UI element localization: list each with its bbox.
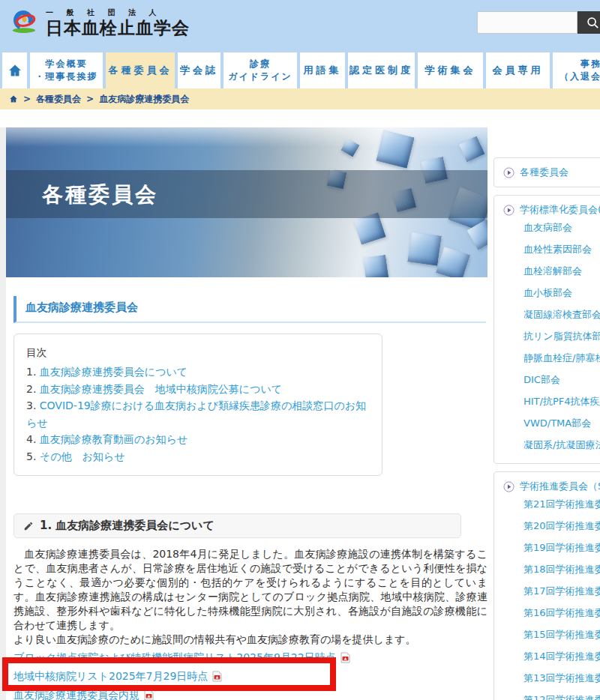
main-nav: 学会概要・理事長挨拶各種委員会学会誌診療ガイドライン用語集認定医制度学術集会会員… bbox=[0, 45, 600, 88]
nav-tab-label: ・理事長挨拶 bbox=[35, 70, 98, 83]
sidebar-item[interactable]: 第21回学術推進委員会 bbox=[524, 493, 600, 515]
pdf-link-label: 血友病診療連携委員会内規 bbox=[14, 689, 140, 700]
sidebar-section-link[interactable]: 学術標準化委員会(SSC) bbox=[503, 203, 600, 217]
nav-tab-6[interactable]: 認定医制度 bbox=[348, 52, 415, 88]
toc-heading: 目次 bbox=[26, 344, 370, 360]
org-name-title: 日本血栓止血学会 bbox=[46, 18, 190, 37]
nav-tab-5[interactable]: 用語集 bbox=[300, 52, 345, 88]
sidebar-box-1: 各種委員会 bbox=[494, 157, 600, 187]
pencil-icon bbox=[23, 521, 34, 531]
circle-arrow-icon bbox=[503, 167, 514, 178]
pdf-icon bbox=[340, 652, 350, 663]
pdf-icon bbox=[144, 690, 154, 700]
nav-tab-label: 診療 bbox=[250, 58, 271, 70]
search-icon bbox=[586, 16, 599, 29]
nav-tab-label: 用語集 bbox=[304, 64, 342, 78]
toc-item-number: 5. bbox=[26, 450, 40, 462]
banner-title: 各種委員会 bbox=[6, 170, 488, 209]
nav-tab-label: （入退会・変更） bbox=[560, 70, 600, 83]
toc-item-link[interactable]: 血友病診療連携委員会について bbox=[40, 366, 188, 378]
nav-tab-label: 各種委員会 bbox=[109, 64, 172, 78]
pdf-icon bbox=[212, 671, 222, 682]
sidebar-item[interactable]: 第18回学術推進委員会 bbox=[524, 558, 600, 580]
nav-tab-8[interactable]: 会員専用 bbox=[486, 52, 550, 88]
toc-item[interactable]: 2. 血友病診療連携委員会 地域中核病院公募について bbox=[26, 381, 370, 398]
toc-item[interactable]: 4. 血友病診療教育動画のお知らせ bbox=[26, 431, 370, 448]
sidebar-section-label: 学術標準化委員会(SSC) bbox=[520, 203, 600, 217]
sidebar-item[interactable]: 第15回学術推進委員会 bbox=[524, 624, 600, 645]
sidebar-item[interactable]: 凝固系/抗凝固療法部会 bbox=[524, 434, 600, 456]
breadcrumb-home-icon[interactable] bbox=[9, 94, 18, 103]
toc-item[interactable]: 1. 血友病診療連携委員会について bbox=[26, 363, 370, 381]
search-input[interactable] bbox=[477, 11, 578, 34]
site-search bbox=[477, 11, 600, 34]
breadcrumb-item[interactable]: 各種委員会 bbox=[36, 93, 81, 106]
nav-tab-label: 事務手続 bbox=[580, 58, 600, 70]
search-button[interactable] bbox=[578, 11, 600, 34]
table-of-contents: 目次 1. 血友病診療連携委員会について2. 血友病診療連携委員会 地域中核病院… bbox=[14, 334, 382, 476]
nav-tab-label: 学会誌 bbox=[180, 64, 218, 78]
sidebar-box-3: 学術推進委員会（SPC）第21回学術推進委員会第20回学術推進委員会第19回学術… bbox=[494, 471, 600, 700]
pdf-link[interactable]: 血友病診療連携委員会内規 bbox=[14, 686, 488, 700]
sidebar-item[interactable]: 血栓溶解部会 bbox=[524, 260, 600, 282]
pdf-link[interactable]: ブロック拠点病院および特殊機能型病院リスト2025年9月22日時点 bbox=[14, 648, 488, 667]
breadcrumb-separator: > bbox=[23, 94, 31, 104]
sidebar-item[interactable]: VWD/TMA部会 bbox=[524, 412, 600, 434]
toc-item-link[interactable]: COVID-19診療における血友病および類縁疾患診療の相談窓口のお知らせ bbox=[26, 399, 366, 429]
sidebar-item[interactable]: 血栓性素因部会 bbox=[524, 238, 600, 260]
breadcrumb-item[interactable]: 血友病診療連携委員会 bbox=[99, 93, 189, 106]
sidebar-section-label: 学術推進委員会（SPC） bbox=[520, 480, 600, 493]
org-type-label: 一 般 社 団 法 人 bbox=[46, 7, 190, 18]
society-logo-icon bbox=[9, 8, 40, 37]
nav-tab-4[interactable]: 診療ガイドライン bbox=[224, 52, 297, 88]
nav-tab-9[interactable]: 事務手続（入退会・変更） bbox=[553, 52, 600, 88]
section1-paragraph-1: 血友病診療連携委員会は、2018年4月に発足しました。血友病診療施設の連携体制を… bbox=[14, 547, 488, 633]
nav-tab-1[interactable]: 学会概要・理事長挨拶 bbox=[30, 52, 103, 88]
circle-arrow-icon bbox=[503, 481, 514, 492]
page-title: 血友病診療連携委員会 bbox=[14, 296, 486, 323]
site-header: 一 般 社 団 法 人 日本血栓止血学会 bbox=[0, 0, 600, 45]
sidebar-item[interactable]: 第14回学術推進委員会 bbox=[524, 645, 600, 667]
sidebar-item[interactable]: 第19回学術推進委員会 bbox=[524, 537, 600, 558]
main-area: 各種委員会 血友病診療連携委員会 目次 1. 血友病診療連携委員会について2. … bbox=[0, 127, 600, 700]
content-column: 各種委員会 血友病診療連携委員会 目次 1. 血友病診療連携委員会について2. … bbox=[6, 127, 488, 700]
sidebar-item[interactable]: 凝固線溶検査部会 bbox=[524, 304, 600, 325]
breadcrumb: >各種委員会>血友病診療連携委員会 bbox=[0, 88, 600, 109]
site-logo[interactable]: 一 般 社 団 法 人 日本血栓止血学会 bbox=[9, 7, 190, 37]
nav-tab-3[interactable]: 学会誌 bbox=[178, 52, 220, 88]
nav-tab-7[interactable]: 学術集会 bbox=[418, 52, 483, 88]
sidebar-item[interactable]: 第17回学術推進委員会 bbox=[524, 580, 600, 602]
nav-tab-2[interactable]: 各種委員会 bbox=[106, 52, 175, 88]
nav-tab-home[interactable] bbox=[2, 52, 27, 88]
section1-heading: 1. 血友病診療連携委員会について bbox=[14, 513, 461, 538]
toc-item-number: 2. bbox=[26, 383, 40, 395]
pdf-link-label: 地域中核病院リスト2025年7月29日時点 bbox=[14, 670, 208, 684]
pdf-link-label: ブロック拠点病院および特殊機能型病院リスト2025年9月22日時点 bbox=[14, 651, 336, 665]
sidebar-item[interactable]: 第13回学術推進委員会 bbox=[524, 667, 600, 689]
sidebar-section-link[interactable]: 各種委員会 bbox=[503, 166, 600, 179]
section1-paragraph-2: より良い血友病診療のために施設間の情報共有や血友病診療教育の場を提供します。 bbox=[14, 633, 488, 647]
nav-tab-label: 学術集会 bbox=[425, 64, 476, 78]
sidebar: 各種委員会学術標準化委員会(SSC)血友病部会血栓性素因部会血栓溶解部会血小板部… bbox=[494, 157, 600, 700]
sidebar-item[interactable]: 第20回学術推進委員会 bbox=[524, 515, 600, 537]
sidebar-item[interactable]: 血小板部会 bbox=[524, 282, 600, 304]
toc-item-link[interactable]: その他 お知らせ bbox=[40, 450, 125, 462]
nav-tab-label: 学会概要 bbox=[46, 58, 88, 70]
pdf-link[interactable]: 地域中核病院リスト2025年7月29日時点 bbox=[14, 667, 488, 686]
sidebar-item[interactable]: 第12回学術推進委員会 bbox=[524, 689, 600, 700]
toc-item[interactable]: 5. その他 お知らせ bbox=[26, 448, 370, 465]
toc-item-number: 3. bbox=[26, 399, 40, 411]
sidebar-item[interactable]: DIC部会 bbox=[524, 369, 600, 390]
sidebar-item[interactable]: 抗リン脂質抗体部会 bbox=[524, 325, 600, 347]
sidebar-section-label: 各種委員会 bbox=[520, 166, 568, 179]
home-icon bbox=[8, 63, 22, 78]
toc-item-link[interactable]: 血友病診療教育動画のお知らせ bbox=[40, 433, 188, 445]
sidebar-item[interactable]: 静脈血栓症/肺塞栓症部会 bbox=[524, 347, 600, 369]
sidebar-item[interactable]: 第16回学術推進委員会 bbox=[524, 602, 600, 624]
sidebar-box-2: 学術標準化委員会(SSC)血友病部会血栓性素因部会血栓溶解部会血小板部会凝固線溶… bbox=[494, 195, 600, 464]
toc-item-link[interactable]: 血友病診療連携委員会 地域中核病院公募について bbox=[40, 383, 282, 395]
sidebar-item[interactable]: 血友病部会 bbox=[524, 217, 600, 238]
toc-item[interactable]: 3. COVID-19診療における血友病および類縁疾患診療の相談窓口のお知らせ bbox=[26, 397, 370, 431]
sidebar-item[interactable]: HIT/抗PF4抗体疾患部会 bbox=[524, 390, 600, 412]
sidebar-section-link[interactable]: 学術推進委員会（SPC） bbox=[503, 480, 600, 493]
